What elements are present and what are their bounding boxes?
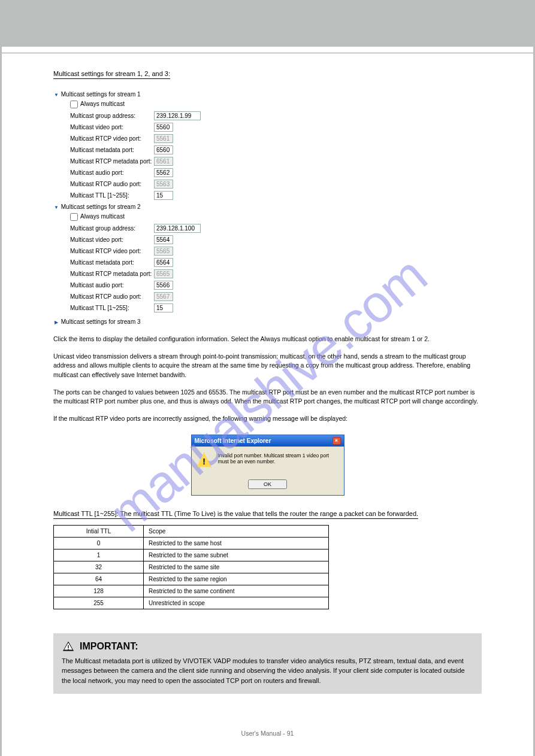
ttl-label: Multicast TTL [1~255]: [70, 192, 154, 199]
rtcp-video-label: Multicast RTCP video port: [70, 135, 154, 142]
always-multicast-checkbox-s1[interactable] [70, 101, 78, 108]
table-row: 64Restricted to the same region [54, 573, 329, 585]
group-address-input-s1[interactable] [154, 111, 201, 120]
rtcp-audio-label: Multicast RTCP audio port: [70, 293, 154, 300]
meta-port-label: Multicast metadata port: [70, 147, 154, 153]
header-bar [0, 0, 535, 47]
audio-port-input-s2[interactable] [154, 281, 173, 290]
stream1-toggle[interactable]: ▼ Multicast settings for stream 1 [53, 90, 482, 99]
warning-dialog: Microsoft Internet Explorer× Invalid por… [191, 435, 344, 496]
table-header: Intial TTL [54, 525, 144, 537]
paragraph: If the multicast RTP video ports are inc… [53, 414, 482, 423]
table-row: 128Restricted to the same continent [54, 585, 329, 597]
rtcp-audio-input-s2 [154, 292, 173, 301]
section-title: Multicast settings for stream 1, 2, and … [53, 70, 170, 79]
video-port-label: Multicast video port: [70, 236, 154, 243]
caution-title-text: IMPORTANT: [80, 639, 138, 654]
rtcp-meta-label: Multicast RTCP metadata port: [70, 271, 154, 277]
paragraph: The ports can be changed to values betwe… [53, 388, 482, 406]
video-port-input-s1[interactable] [154, 123, 173, 132]
rtcp-video-label: Multicast RTCP video port: [70, 248, 154, 254]
ttl-label: Multicast TTL [1~255]: [70, 305, 154, 311]
stream3-toggle[interactable]: ▶ Multicast settings for stream 3 [53, 317, 482, 326]
close-icon[interactable]: × [333, 437, 341, 445]
stream2-toggle[interactable]: ▼ Multicast settings for stream 2 [53, 202, 482, 211]
caution-body: The Multicast metadata port is utilized … [62, 656, 473, 686]
ttl-input-s1[interactable] [154, 191, 173, 200]
rtcp-meta-label: Multicast RTCP metadata port: [70, 158, 154, 165]
rtcp-video-input-s1 [154, 134, 173, 143]
dialog-message: Invalid port number. Multicast stream 1 … [218, 453, 339, 464]
table-header: Scope [144, 525, 329, 537]
page-footer: User's Manual - 91 [53, 730, 482, 737]
table-row: 32Restricted to the same site [54, 561, 329, 573]
video-port-label: Multicast video port: [70, 124, 154, 130]
paragraph: Unicast video transmission delivers a st… [53, 352, 482, 379]
chevron-down-icon: ▼ [53, 92, 59, 98]
chevron-right-icon: ▶ [53, 320, 59, 325]
ttl-explanation: Multicast TTL [1~255]: The multicast TTL… [53, 510, 418, 519]
table-row: 0Restricted to the same host [54, 537, 329, 549]
always-multicast-label: Always multicast [80, 101, 125, 107]
table-row: 1Restricted to the same subnet [54, 549, 329, 561]
chevron-down-icon: ▼ [53, 205, 59, 210]
stream1-header-label: Multicast settings for stream 1 [61, 91, 141, 98]
caution-box: ! IMPORTANT: The Multicast metadata port… [53, 633, 482, 694]
caution-icon: ! [62, 640, 75, 652]
group-label: Multicast group address: [70, 225, 154, 232]
video-port-input-s2[interactable] [154, 235, 173, 244]
paragraph: Click the items to display the detailed … [53, 335, 482, 344]
warning-icon [197, 453, 212, 468]
dialog-title: Microsoft Internet Explorer [195, 438, 271, 444]
audio-port-label: Multicast audio port: [70, 282, 154, 289]
group-address-input-s2[interactable] [154, 224, 201, 233]
meta-port-input-s1[interactable] [154, 145, 173, 154]
meta-port-label: Multicast metadata port: [70, 259, 154, 266]
ttl-input-s2[interactable] [154, 303, 173, 312]
ttl-table: Intial TTLScope 0Restricted to the same … [53, 525, 329, 609]
group-label: Multicast group address: [70, 113, 154, 119]
rtcp-meta-input-s1 [154, 157, 173, 166]
audio-port-label: Multicast audio port: [70, 169, 154, 176]
ok-button[interactable]: OK [248, 479, 287, 489]
always-multicast-checkbox-s2[interactable] [70, 213, 78, 221]
rtcp-video-input-s2 [154, 247, 173, 256]
rtcp-meta-input-s2 [154, 269, 173, 278]
audio-port-input-s1[interactable] [154, 168, 173, 177]
always-multicast-label: Always multicast [80, 213, 125, 220]
stream2-header-label: Multicast settings for stream 2 [61, 204, 141, 210]
rtcp-audio-input-s1 [154, 180, 173, 189]
rtcp-audio-label: Multicast RTCP audio port: [70, 181, 154, 187]
stream3-header-label: Multicast settings for stream 3 [61, 318, 141, 325]
table-row: 255Unrestricted in scope [54, 597, 329, 609]
meta-port-input-s2[interactable] [154, 258, 173, 267]
